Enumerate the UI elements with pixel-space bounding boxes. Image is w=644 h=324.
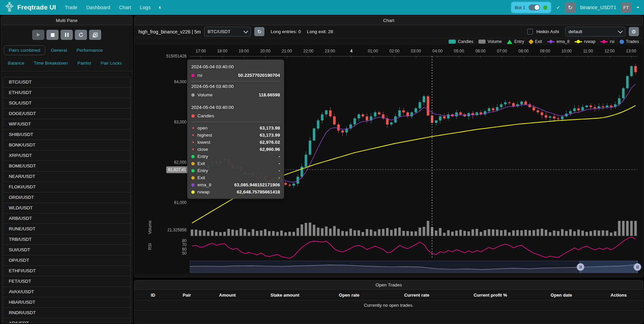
legend-item-candles[interactable]: Candles bbox=[449, 39, 473, 44]
chart-legend: CandlesVolumeEntryExitema_8rvwaprsiTrade… bbox=[134, 38, 643, 45]
heikin-ashi-checkbox[interactable] bbox=[527, 29, 533, 34]
tooltip-row: lowest62,976.02 bbox=[191, 139, 280, 146]
pair-row-wld[interactable]: WLD/USDT bbox=[3, 203, 130, 213]
pair-row-fet[interactable]: FET/USDT bbox=[3, 276, 130, 287]
legend-label: Exit bbox=[535, 39, 542, 44]
x-axis-label: 4 bbox=[350, 49, 353, 53]
nav-link-logs[interactable]: Logs bbox=[140, 5, 150, 10]
pair-row-avax[interactable]: AVAX/USDT bbox=[3, 287, 130, 297]
navigator-right-handle[interactable] bbox=[634, 263, 641, 271]
pause-button[interactable] bbox=[61, 30, 73, 40]
open-trades-title: Open Trades bbox=[134, 280, 643, 290]
tooltip-series-label: open bbox=[197, 125, 208, 131]
x-axis-label: 12:00 bbox=[604, 49, 615, 53]
reload-bot-button[interactable]: ↻ bbox=[565, 2, 576, 13]
tooltip-series-value: 62,648.75785661418 bbox=[237, 189, 280, 194]
tab-general[interactable]: General bbox=[47, 46, 71, 55]
tooltip-series-label: rsi bbox=[197, 73, 202, 78]
brand[interactable]: Freqtrade UI bbox=[5, 2, 56, 13]
x-axis-label: 04:00 bbox=[432, 49, 443, 53]
tab-time-breakdown[interactable]: Time Breakdown bbox=[30, 59, 72, 68]
nav-link-trade[interactable]: Trade bbox=[65, 5, 77, 10]
strategy-timeframe-label: high_frog_binance_v226 | 5m bbox=[138, 29, 201, 34]
pair-row-sol[interactable]: SOL/USDT bbox=[3, 98, 130, 109]
pair-row-shib[interactable]: SHIB/USDT bbox=[3, 130, 130, 140]
legend-item-volume[interactable]: Volume bbox=[478, 39, 502, 44]
long-entries-label: Long entries: 0 bbox=[271, 29, 301, 34]
pair-row-ethfi[interactable]: ETHFI/USDT bbox=[3, 266, 130, 276]
tab-performance[interactable]: Performance bbox=[72, 46, 107, 55]
avatar[interactable]: FT bbox=[621, 2, 631, 13]
navbar-right: Bot 1 ✓ ↻ binance_USDT1 FT bbox=[511, 1, 639, 14]
pair-row-arb[interactable]: ARB/USDT bbox=[3, 213, 130, 224]
legend-item-exit[interactable]: Exit bbox=[529, 39, 542, 44]
tooltip-series-label: Entry bbox=[197, 168, 208, 173]
tab-pairs-combined[interactable]: Pairs combined bbox=[4, 45, 45, 55]
bot-selector[interactable]: Bot 1 bbox=[511, 1, 552, 14]
close-panes-button[interactable] bbox=[89, 30, 101, 40]
close-panes-icon bbox=[93, 32, 98, 38]
refresh-chart-button[interactable]: ↻ bbox=[254, 27, 264, 36]
pair-row-btc[interactable]: BTC/USDT bbox=[3, 77, 130, 88]
pair-row-near[interactable]: NEAR/USDT bbox=[3, 171, 130, 182]
chart-tooltip: 2024-05-04 03:40:00rsi50.225770201907042… bbox=[187, 60, 284, 199]
tooltip-row: ema_863,085.948152171906 bbox=[191, 181, 280, 188]
legend-item-entry[interactable]: Entry bbox=[507, 39, 524, 44]
nav-link-chart[interactable]: Chart bbox=[119, 5, 131, 10]
x-axis-label: 05:00 bbox=[454, 49, 464, 53]
legend-item-trades[interactable]: Trades bbox=[620, 39, 639, 44]
tooltip-series-label: Volume bbox=[197, 92, 213, 97]
exit-diamond-icon bbox=[529, 39, 534, 44]
pair-row-ordi[interactable]: ORDI/USDT bbox=[3, 192, 130, 203]
tooltip-row: Exit- bbox=[191, 160, 280, 167]
logged-in-user: binance_USDT1 bbox=[580, 5, 616, 10]
pair-row-wif[interactable]: WIF/USDT bbox=[3, 119, 130, 130]
pair-row-xrp[interactable]: XRP/USDT bbox=[3, 151, 130, 161]
navigator-left-handle[interactable] bbox=[577, 263, 584, 271]
tab-pair-locks[interactable]: Pair Locks bbox=[96, 59, 126, 68]
tooltip-divider bbox=[191, 81, 280, 82]
tooltip-series-dot bbox=[192, 148, 194, 150]
chart-panel-title: Chart bbox=[134, 16, 643, 25]
pair-row-floki[interactable]: FLOKI/USDT bbox=[3, 182, 130, 192]
legend-label: Candles bbox=[458, 39, 473, 44]
pair-row-rndr[interactable]: RNDR/USDT bbox=[3, 308, 130, 318]
x-axis-label: 23:00 bbox=[325, 49, 335, 53]
pair-row-eth[interactable]: ETH/USDT bbox=[3, 88, 130, 98]
pair-row-trb[interactable]: TRB/USDT bbox=[3, 234, 130, 245]
pair-row-op[interactable]: OP/USDT bbox=[3, 255, 130, 266]
stop-button[interactable] bbox=[46, 30, 59, 40]
tooltip-series-value: - bbox=[279, 175, 280, 180]
reload-config-button[interactable] bbox=[75, 30, 87, 40]
bot-online-dot bbox=[543, 5, 548, 10]
tooltip-series-dot bbox=[191, 162, 195, 165]
pair-row-rune[interactable]: RUNE/USDT bbox=[3, 224, 130, 234]
x-axis-label: 20:00 bbox=[260, 49, 271, 53]
pair-select[interactable]: BTC/USDT bbox=[204, 27, 251, 37]
pair-row-sui[interactable]: SUI/USDT bbox=[3, 245, 130, 255]
tab-balance[interactable]: Balance bbox=[4, 59, 28, 68]
tooltip-row: close62,990.96 bbox=[191, 146, 280, 153]
chevron-down-icon[interactable] bbox=[637, 7, 639, 8]
x-axis-label: 07:00 bbox=[497, 49, 507, 53]
x-axis-label: 18:00 bbox=[217, 49, 228, 53]
pair-row-doge[interactable]: DOGE/USDT bbox=[3, 109, 130, 119]
legend-item-rvwap[interactable]: rvwap bbox=[575, 39, 595, 44]
pair-row-bonk[interactable]: BONK/USDT bbox=[3, 140, 130, 151]
tab-pairlist[interactable]: Pairlist bbox=[73, 59, 95, 68]
x-axis-label: 13:00 bbox=[626, 49, 636, 53]
theme-toggle-icon[interactable]: ◐ bbox=[159, 4, 162, 11]
legend-item-ema_8[interactable]: ema_8 bbox=[547, 39, 570, 44]
plot-config-select[interactable]: default bbox=[565, 27, 625, 37]
y-axis-label: 62,000 bbox=[136, 160, 187, 165]
pair-row-ar[interactable]: AR/USDT bbox=[3, 318, 130, 323]
plot-settings-button[interactable]: ⚙ bbox=[629, 27, 639, 36]
pair-row-hbar[interactable]: HBAR/USDT bbox=[3, 297, 130, 308]
pair-row-bome[interactable]: BOME/USDT bbox=[3, 161, 130, 171]
nav-link-dashboard[interactable]: Dashboard bbox=[86, 5, 110, 10]
legend-item-rsi[interactable]: rsi bbox=[600, 39, 614, 44]
tooltip-series-dot bbox=[191, 74, 195, 77]
rsi-tick-label: 50 bbox=[136, 251, 187, 256]
play-button[interactable] bbox=[32, 30, 44, 40]
bot-toggle[interactable] bbox=[529, 4, 540, 10]
